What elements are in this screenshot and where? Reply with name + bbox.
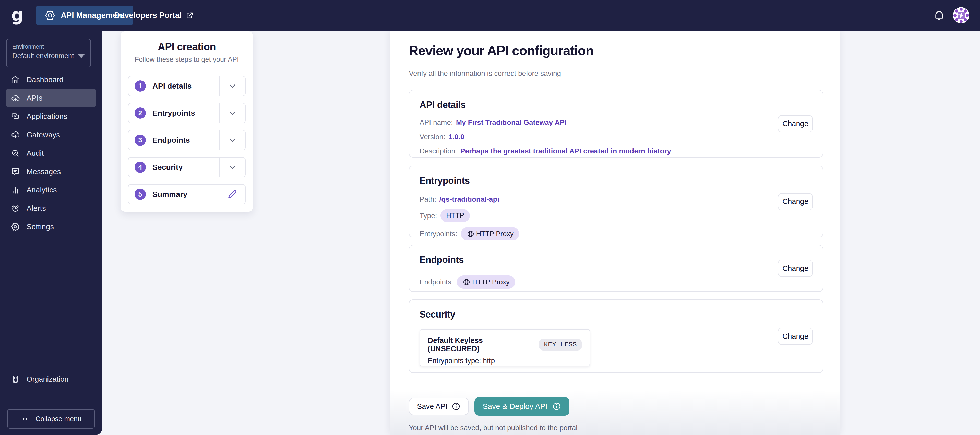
sidebar-item-messages[interactable]: Messages xyxy=(6,162,96,181)
sidebar-item-apis[interactable]: APIs xyxy=(6,89,96,107)
sidebar-item-audit[interactable]: Audit xyxy=(6,144,96,162)
step-entrypoints[interactable]: 2 Entrypoints xyxy=(128,103,246,123)
step-expand-toggle[interactable] xyxy=(219,157,245,177)
plan-name: Default Keyless (UNSECURED) xyxy=(428,336,532,353)
notifications-bell-icon[interactable] xyxy=(933,9,945,21)
sidebar-nav: Dashboard APIs Applications Gateways Aud… xyxy=(0,70,102,236)
plan-detail: Entrypoints type: http xyxy=(428,357,582,365)
sidebar-item-gateways[interactable]: Gateways xyxy=(6,125,96,144)
sidebar-item-label: Audit xyxy=(27,149,44,157)
sidebar-item-label: Messages xyxy=(27,167,61,176)
review-panel: Review your API configuration Verify all… xyxy=(390,31,840,435)
entrypoints-label: Entrypoints: xyxy=(420,230,457,238)
chevron-down-icon xyxy=(227,135,237,145)
change-endpoints-button[interactable]: Change xyxy=(778,260,813,277)
alarm-clock-icon xyxy=(11,204,20,213)
cloud-download-icon xyxy=(11,130,20,140)
endpoints-badge-label: HTTP Proxy xyxy=(472,278,510,286)
save-deploy-api-button[interactable]: Save & Deploy API xyxy=(474,397,569,416)
step-expand-toggle[interactable] xyxy=(219,130,245,150)
step-label: API details xyxy=(153,82,191,90)
step-label: Entrypoints xyxy=(153,109,195,117)
step-number-badge: 4 xyxy=(135,162,146,173)
audit-search-check-icon xyxy=(11,149,20,158)
step-number-badge: 5 xyxy=(135,189,146,200)
sidebar-item-dashboard[interactable]: Dashboard xyxy=(6,70,96,89)
info-icon xyxy=(552,402,561,411)
chevron-down-icon xyxy=(227,108,237,118)
step-list: 1 API details 2 Entrypoints 3 xyxy=(121,76,253,205)
bar-chart-icon xyxy=(11,185,20,195)
plan-type-badge: KEY_LESS xyxy=(539,339,582,351)
type-badge-label: HTTP xyxy=(446,212,464,219)
security-card: Security Default Keyless (UNSECURED) KEY… xyxy=(409,300,823,373)
change-security-button[interactable]: Change xyxy=(778,327,813,345)
sidebar-item-analytics[interactable]: Analytics xyxy=(6,181,96,199)
change-entrypoints-button[interactable]: Change xyxy=(778,193,813,210)
entrypoints-badge: HTTP Proxy xyxy=(461,227,519,240)
sidebar-item-label: Dashboard xyxy=(27,76,64,84)
save-api-label: Save API xyxy=(417,402,447,411)
collapse-menu-button[interactable]: Collapse menu xyxy=(7,409,95,429)
entrypoints-badge-label: HTTP Proxy xyxy=(476,230,514,238)
globe-icon xyxy=(466,230,475,238)
path-label: Path: xyxy=(420,195,436,203)
step-api-details[interactable]: 1 API details xyxy=(128,76,246,96)
endpoints-badge: HTTP Proxy xyxy=(457,275,515,289)
chevron-down-icon xyxy=(227,81,237,91)
content-area: API creation Follow these steps to get y… xyxy=(102,31,980,435)
applications-icon xyxy=(11,112,20,121)
environment-value: Default environment xyxy=(12,52,85,60)
endpoints-card: Endpoints Endpoints: HTTP Proxy Change xyxy=(409,245,823,292)
entrypoints-card: Entrypoints Path: /qs-traditional-api Ty… xyxy=(409,166,823,237)
type-label: Type: xyxy=(420,212,437,220)
path-value: /qs-traditional-api xyxy=(439,195,499,203)
sidebar-item-alerts[interactable]: Alerts xyxy=(6,199,96,218)
sidebar-item-organization[interactable]: Organization xyxy=(6,368,96,391)
step-label: Endpoints xyxy=(153,136,190,144)
change-api-details-button[interactable]: Change xyxy=(778,115,813,132)
save-api-button[interactable]: Save API xyxy=(409,398,469,415)
step-expand-toggle[interactable] xyxy=(219,76,245,96)
user-avatar[interactable] xyxy=(953,7,969,24)
version-label: Version: xyxy=(420,133,445,141)
cloud-upload-icon xyxy=(11,94,20,103)
gravitee-logo[interactable]: g xyxy=(11,6,23,24)
api-creation-stepper: API creation Follow these steps to get y… xyxy=(121,32,253,212)
step-number-badge: 3 xyxy=(135,135,146,146)
step-security[interactable]: 4 Security xyxy=(128,157,246,178)
endpoints-label: Endpoints: xyxy=(420,278,453,286)
external-link-icon xyxy=(186,11,194,19)
sidebar-item-label: Alerts xyxy=(27,204,46,213)
sidebar-item-applications[interactable]: Applications xyxy=(6,107,96,125)
sidebar-item-label: Settings xyxy=(27,222,54,231)
edit-step-button[interactable] xyxy=(219,184,245,204)
step-summary[interactable]: 5 Summary xyxy=(128,184,246,205)
version-value: 1.0.0 xyxy=(449,133,464,141)
home-icon xyxy=(11,75,20,84)
sidebar-item-settings[interactable]: Settings xyxy=(6,218,96,236)
step-label: Summary xyxy=(153,190,188,198)
api-name-label: API name: xyxy=(420,119,453,127)
actions-bar: Save API Save & Deploy API xyxy=(409,397,570,416)
developers-portal-label: Developers Portal xyxy=(115,11,182,20)
step-expand-toggle[interactable] xyxy=(219,103,245,123)
globe-icon xyxy=(463,278,471,286)
card-title: API details xyxy=(420,100,813,110)
chevron-down-icon xyxy=(227,162,237,172)
card-title: Endpoints xyxy=(420,254,813,265)
card-title: Entrypoints xyxy=(420,175,813,186)
collapse-menu-label: Collapse menu xyxy=(35,415,81,423)
gear-icon xyxy=(11,222,20,231)
step-number-badge: 2 xyxy=(135,108,146,119)
developers-portal-link[interactable]: Developers Portal xyxy=(115,0,194,31)
environment-label: Environment xyxy=(12,43,85,50)
sidebar-item-label: Gateways xyxy=(27,131,60,139)
top-bar: g API Management Developers Portal xyxy=(0,0,980,31)
caret-down-icon xyxy=(78,54,85,58)
step-endpoints[interactable]: 3 Endpoints xyxy=(128,130,246,150)
save-footnote: Your API will be saved, but not publishe… xyxy=(409,424,578,432)
api-details-card: API details API name: My First Tradition… xyxy=(409,90,823,157)
environment-selector[interactable]: Environment Default environment xyxy=(6,39,91,67)
collapse-arrows-icon xyxy=(21,414,29,423)
